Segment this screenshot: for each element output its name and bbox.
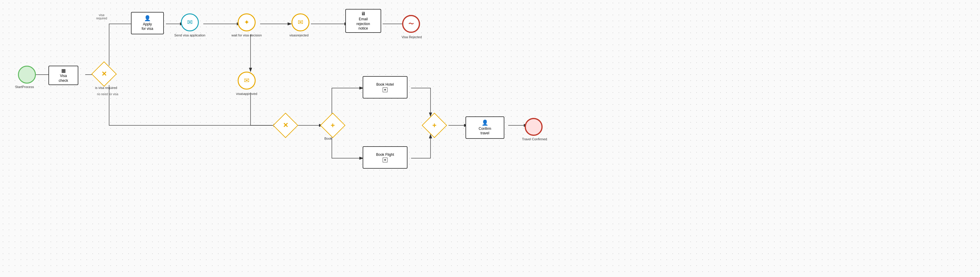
gateway-merge-cross-icon: ✕ [283, 122, 288, 129]
gateway-merge[interactable]: ✕ [277, 116, 294, 135]
visa-rejected-end-icon: 〜 [408, 20, 414, 27]
confirm-travel-task[interactable]: 👤 Confirmtravel [466, 116, 504, 139]
gateway-visa-cross-icon: ✕ [101, 70, 107, 78]
visa-check-icon: ▦ [61, 68, 66, 74]
confirm-travel-person-icon: 👤 [482, 119, 488, 126]
gateway-book-plus-icon: + [331, 121, 335, 130]
travel-confirmed-end-event [525, 118, 542, 136]
wait-visa-decision-event[interactable]: ✦ [238, 13, 256, 31]
wait-visa-star-icon: ✦ [244, 19, 249, 26]
apply-visa-label: Applyfor visa [142, 22, 153, 31]
start-event-label: StartProcess [13, 85, 37, 89]
email-rejection-icon: 🖥 [361, 11, 366, 17]
apply-visa-person-icon: 👤 [144, 15, 151, 22]
visa-approved-event[interactable]: ✉ [238, 72, 256, 90]
email-rejection-task[interactable]: 🖥 Emailrejectionnotice [345, 9, 381, 33]
visa-required-edge-label: visarequired [90, 13, 114, 20]
gateway-visa-label: is visa required [88, 86, 124, 90]
book-hotel-label: Book Hotel [376, 82, 394, 87]
visa-check-label: Visacheck [59, 74, 68, 83]
wait-visa-decision-label: wait for visa decision [229, 33, 264, 37]
gateway-book[interactable]: + [324, 116, 342, 135]
book-hotel-subprocess-marker: + [383, 87, 387, 92]
no-visa-edge-label: no need for visa [88, 93, 127, 96]
email-rejection-label: Emailrejectionnotice [356, 17, 370, 31]
visa-rejected-event-label: visasrejected [284, 33, 314, 37]
apply-for-visa-task[interactable]: 👤 Applyfor visa [131, 12, 164, 34]
send-visa-app-event[interactable]: ✉ [181, 13, 199, 31]
book-flight-task[interactable]: Book Flight + [363, 146, 407, 169]
visa-rejected-end-event: 〜 [402, 15, 420, 33]
gateway-join-plus-icon: + [432, 121, 436, 130]
send-visa-app-label: Send visa application [172, 33, 208, 37]
gateway-join[interactable]: + [425, 116, 443, 135]
visa-approved-envelope-icon: ✉ [244, 77, 249, 84]
confirm-travel-label: Confirmtravel [479, 127, 491, 136]
gateway-book-label: Book [325, 137, 332, 140]
visa-check-task[interactable]: ▦ Visacheck [48, 66, 78, 85]
travel-confirmed-end-label: Travel Confirmed [517, 137, 552, 141]
send-visa-envelope-icon: ✉ [187, 19, 192, 26]
visa-rejected-end-label: Visa Rejected [395, 35, 428, 39]
start-event-circle [18, 66, 36, 84]
start-event-node [18, 66, 36, 84]
visa-rejected-event[interactable]: ✉ [291, 13, 309, 31]
gateway-visa-required[interactable]: ✕ [95, 65, 113, 83]
book-hotel-task[interactable]: Book Hotel + [363, 76, 407, 98]
visa-approved-label: visasapproved [229, 92, 264, 95]
book-flight-label: Book Flight [376, 152, 394, 157]
book-flight-subprocess-marker: + [383, 158, 387, 162]
bpmn-canvas: StartProcess ▦ Visacheck ✕ is visa requi… [0, 0, 980, 277]
visa-rejected-envelope-icon: ✉ [298, 19, 303, 26]
